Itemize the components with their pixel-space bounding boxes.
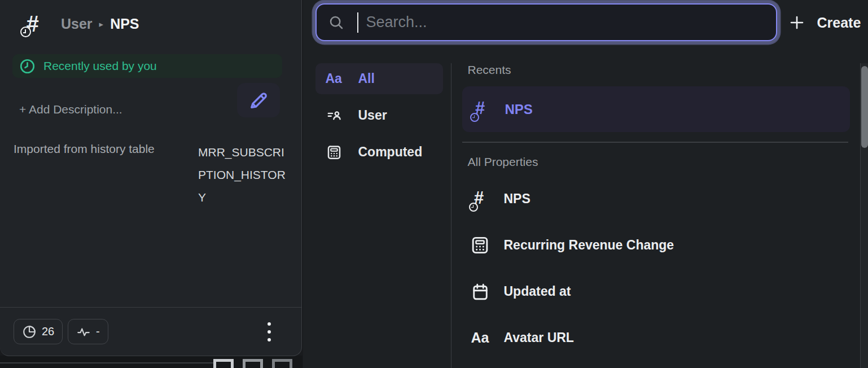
recents-header: Recents [462, 63, 860, 77]
background-table-icon [243, 359, 263, 368]
calculator-icon [470, 235, 490, 256]
property-item-recurring-revenue-change[interactable]: Recurring Revenue Change [462, 230, 860, 261]
pencil-icon [247, 89, 270, 112]
category-label: All [358, 71, 375, 86]
breadcrumb: User ▸ NPS [61, 16, 139, 32]
category-item-computed[interactable]: Computed [315, 137, 443, 168]
breadcrumb-current: NPS [110, 16, 139, 32]
calculator-icon [326, 144, 343, 161]
create-button-label: Create [817, 15, 861, 31]
recently-used-badge: Recently used by you [12, 54, 282, 78]
panel-divider [451, 63, 452, 368]
usage-count-chip[interactable]: 26 [14, 319, 63, 344]
recently-used-label: Recently used by you [43, 59, 157, 73]
background-table-icon [272, 359, 292, 368]
add-description-button[interactable]: + Add Description... [19, 103, 122, 116]
category-item-user[interactable]: User [315, 100, 443, 131]
clock-badge-icon [20, 27, 31, 37]
property-item-nps[interactable]: # NPS [462, 183, 860, 215]
breadcrumb-parent[interactable]: User [61, 16, 93, 32]
trend-chip[interactable]: - [68, 319, 108, 344]
scrollbar-thumb[interactable] [861, 66, 868, 148]
create-button[interactable]: Create [788, 8, 861, 37]
search-input[interactable]: Search... [315, 3, 777, 41]
clock-icon [20, 59, 35, 74]
breadcrumb-separator-icon: ▸ [99, 19, 104, 29]
kebab-dot [268, 338, 271, 341]
background-toolbar-strip [0, 356, 303, 368]
number-clock-icon: # [469, 187, 492, 212]
recent-item-nps[interactable]: # NPS [462, 86, 850, 132]
category-label: User [358, 108, 387, 123]
screen: # User ▸ NPS Recently used by you + Add … [0, 0, 868, 368]
category-filter-list: Aa All User [315, 63, 443, 173]
trend-value: - [96, 325, 100, 338]
imported-table-value: MRR_SUBSCRIPTION_HISTORY [198, 141, 288, 209]
card-footer: 26 - [0, 307, 301, 356]
scrollbar-track[interactable] [860, 63, 868, 368]
text-aa-icon: Aa [326, 71, 346, 86]
text-cursor [357, 12, 358, 33]
property-item-label: Updated at [504, 284, 571, 299]
activity-pulse-icon [76, 325, 91, 339]
calendar-icon [470, 282, 490, 302]
kebab-dot [268, 322, 271, 326]
property-picker-panel: Search... Create Aa All [303, 0, 868, 368]
text-aa-icon: Aa [471, 330, 489, 346]
property-details-card: # User ▸ NPS Recently used by you + Add … [0, 0, 302, 356]
background-divider [0, 362, 213, 363]
number-clock-icon: # [470, 97, 493, 122]
number-property-clock-icon: # [20, 9, 47, 38]
user-list-icon [326, 107, 342, 124]
more-options-button[interactable] [261, 316, 278, 348]
search-icon [328, 14, 345, 31]
category-label: Computed [358, 144, 423, 160]
pie-chart-icon [22, 325, 37, 339]
property-item-label: Recurring Revenue Change [504, 238, 674, 253]
all-properties-header: All Properties [462, 155, 860, 169]
property-item-updated-at[interactable]: Updated at [462, 276, 860, 308]
usage-count-value: 26 [42, 325, 54, 338]
imported-table-row: Imported from history table MRR_SUBSCRIP… [14, 141, 288, 209]
search-placeholder: Search... [366, 14, 427, 31]
section-divider [462, 142, 848, 143]
plus-icon [788, 14, 805, 31]
recent-item-label: NPS [505, 102, 533, 117]
imported-table-label: Imported from history table [14, 141, 155, 209]
results-list: Recents # NPS All Properties # [462, 63, 860, 354]
property-item-label: NPS [504, 191, 531, 207]
property-item-avatar-url[interactable]: Aa Avatar URL [462, 322, 860, 354]
property-item-label: Avatar URL [504, 330, 574, 345]
edit-description-button[interactable] [237, 83, 280, 117]
category-item-all[interactable]: Aa All [315, 63, 443, 94]
kebab-dot [268, 330, 271, 334]
background-table-icon [213, 359, 234, 368]
